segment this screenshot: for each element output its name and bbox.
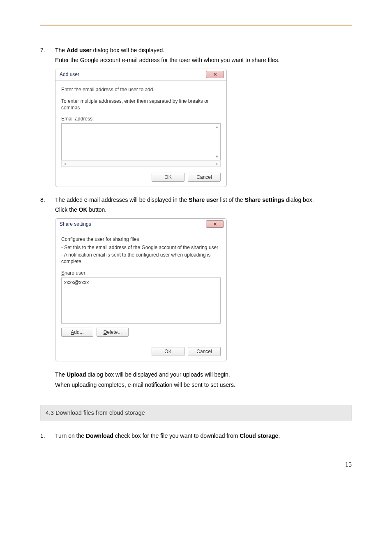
s8-l2-c: button. xyxy=(88,206,107,213)
page-number: 15 xyxy=(40,461,352,468)
su-u: S xyxy=(61,270,65,276)
add-user-body: Enter the email address of the user to a… xyxy=(55,81,226,187)
s8-l2-b: OK xyxy=(79,206,88,213)
s8-l1-d: Share settings xyxy=(244,197,284,203)
close-icon: ✕ xyxy=(213,222,217,227)
email-label: Email address: xyxy=(61,116,221,122)
step-7-number: 7. xyxy=(40,46,55,65)
step7-line1-c: dialog box will be displayed. xyxy=(92,47,164,53)
step-1: 1. Turn on the Download check box for th… xyxy=(40,431,352,441)
share-settings-titlebar: Share settings ✕ xyxy=(55,219,226,230)
close-button[interactable]: ✕ xyxy=(206,220,224,228)
add-button[interactable]: Add... xyxy=(61,328,93,337)
s8-l1-a: The added e-mail addresses will be displ… xyxy=(55,197,189,203)
email-post: ail address: xyxy=(69,116,94,122)
su-post: hare user: xyxy=(65,270,87,276)
step7-line1-a: The xyxy=(55,47,67,53)
step-8-number: 8. xyxy=(40,195,55,215)
list-item[interactable]: xxxx@xxxx xyxy=(64,280,218,285)
dialog-separator xyxy=(61,341,221,341)
email-u: m xyxy=(65,116,69,122)
s1-e: . xyxy=(278,432,280,439)
s1-c: check box for the file you want to downl… xyxy=(113,432,240,439)
s8-l1-c: list of the xyxy=(219,197,245,203)
section-heading-4-3: 4.3 Download files from cloud storage xyxy=(40,405,352,421)
after1-c: dialog box will be displayed and your up… xyxy=(86,371,230,378)
ss-line2: - Set this to the email address of the G… xyxy=(61,244,221,251)
ok-button[interactable]: OK xyxy=(152,347,184,356)
step-1-content: Turn on the Download check box for the f… xyxy=(55,431,352,441)
ss-line3: - A notification email is sent to the co… xyxy=(61,252,221,265)
after-para1: The Upload dialog box will be displayed … xyxy=(55,370,352,380)
scroll-up-icon[interactable]: ▲ xyxy=(214,125,219,130)
scroll-right-icon[interactable]: ▶ xyxy=(215,161,219,166)
share-settings-buttons: OK Cancel xyxy=(61,347,221,356)
add-user-para1: Enter the email address of the user to a… xyxy=(61,86,221,93)
share-settings-body: Configures the user for sharing files - … xyxy=(55,230,226,361)
step-7: 7. The Add user dialog box will be displ… xyxy=(40,46,352,65)
add-delete-row: Add... Delete... xyxy=(61,328,221,337)
cancel-button[interactable]: Cancel xyxy=(188,173,221,182)
add-user-buttons: OK Cancel xyxy=(61,173,221,182)
share-user-listbox[interactable]: xxxx@xxxx xyxy=(61,278,221,324)
step7-line1-b: Add user xyxy=(67,47,92,53)
close-button[interactable]: ✕ xyxy=(206,71,224,78)
cancel-button[interactable]: Cancel xyxy=(188,347,221,356)
ok-button[interactable]: OK xyxy=(152,173,184,182)
step-7-content: The Add user dialog box will be displaye… xyxy=(55,46,352,65)
email-textarea[interactable]: ▲ ▼ xyxy=(61,123,221,160)
add-user-para2: To enter multiple addresses, enter them … xyxy=(61,98,221,111)
add-user-dialog: Add user ✕ Enter the email address of th… xyxy=(55,69,227,187)
s1-a: Turn on the xyxy=(55,432,86,439)
email-pre: E xyxy=(61,116,65,122)
horizontal-scrollbar[interactable]: ◀ ▶ xyxy=(61,160,221,167)
close-icon: ✕ xyxy=(213,72,217,77)
add-post: dd... xyxy=(74,329,83,335)
share-settings-dialog: Share settings ✕ Configures the user for… xyxy=(55,218,227,361)
add-user-title: Add user xyxy=(60,72,79,77)
add-user-titlebar: Add user ✕ xyxy=(55,69,226,81)
after1-b: Upload xyxy=(67,371,86,378)
step7-line2: Enter the Google account e-mail address … xyxy=(55,57,279,63)
step-8-content: The added e-mail addresses will be displ… xyxy=(55,195,352,215)
step-1-number: 1. xyxy=(40,431,55,441)
s8-l2-a: Click the xyxy=(55,206,79,213)
step-8: 8. The added e-mail addresses will be di… xyxy=(40,195,352,215)
scroll-down-icon[interactable]: ▼ xyxy=(214,154,219,159)
after1-a: The xyxy=(55,371,67,378)
scroll-left-icon[interactable]: ◀ xyxy=(63,161,67,166)
s1-d: Cloud storage xyxy=(240,432,278,439)
s8-l1-e: dialog box. xyxy=(284,197,314,203)
top-divider xyxy=(40,25,352,26)
share-user-label: Share user: xyxy=(61,270,221,276)
ss-line1: Configures the user for sharing files xyxy=(61,236,221,243)
del-u: D xyxy=(104,329,107,335)
add-u: A xyxy=(71,329,74,335)
after-para2: When uploading completes, e-mail notific… xyxy=(55,380,352,390)
share-settings-title: Share settings xyxy=(60,221,91,227)
delete-button[interactable]: Delete... xyxy=(97,328,129,337)
s1-b: Download xyxy=(86,432,113,439)
s8-l1-b: Share user xyxy=(189,197,218,203)
del-post: elete... xyxy=(107,329,122,335)
